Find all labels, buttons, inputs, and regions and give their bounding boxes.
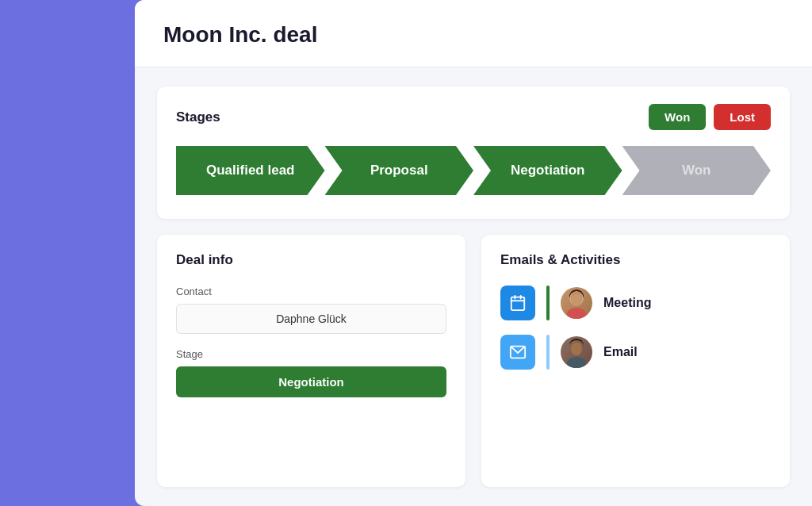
email-label: Email — [603, 345, 638, 359]
meeting-avatar — [561, 287, 592, 319]
stage-proposal[interactable]: Proposal — [325, 146, 474, 195]
stages-title: Stages — [176, 109, 220, 125]
contact-label: Contact — [176, 286, 446, 297]
page-header: Moon Inc. deal — [135, 0, 812, 67]
emails-activities-card: Emails & Activities — [481, 235, 790, 487]
email-bar — [546, 335, 550, 370]
sidebar-bg — [0, 0, 135, 506]
email-avatar — [561, 336, 592, 368]
deal-info-title: Deal info — [176, 252, 446, 268]
activity-item-email: Email — [500, 335, 771, 370]
stages-card: Stages Won Lost Qualified lead Proposal … — [157, 86, 790, 219]
meeting-label: Meeting — [603, 296, 651, 310]
emails-activities-title: Emails & Activities — [500, 252, 771, 268]
main-panel: Moon Inc. deal Stages Won Lost Qualified… — [135, 0, 812, 506]
stage-negotiation[interactable]: Negotiation — [473, 146, 622, 195]
stage-qualified-lead[interactable]: Qualified lead — [176, 146, 325, 195]
stage-value: Negotiation — [176, 366, 446, 397]
svg-point-10 — [567, 357, 586, 368]
stage-label: Stage — [176, 348, 446, 360]
activity-item-meeting: Meeting — [500, 286, 771, 320]
content-area: Stages Won Lost Qualified lead Proposal … — [135, 67, 812, 506]
page-title: Moon Inc. deal — [163, 22, 783, 48]
pipeline: Qualified lead Proposal Negotiation Won — [176, 146, 771, 195]
stages-header: Stages Won Lost — [176, 104, 771, 130]
meeting-icon — [500, 286, 535, 320]
svg-point-9 — [571, 343, 582, 355]
svg-rect-0 — [511, 297, 525, 311]
bottom-row: Deal info Contact Daphne Glück Stage Neg… — [157, 235, 790, 487]
deal-info-card: Deal info Contact Daphne Glück Stage Neg… — [157, 235, 465, 487]
contact-value: Daphne Glück — [176, 304, 446, 334]
stage-won[interactable]: Won — [622, 146, 772, 195]
stages-buttons: Won Lost — [649, 104, 771, 130]
won-button[interactable]: Won — [649, 104, 706, 130]
svg-point-6 — [571, 293, 582, 306]
email-icon — [500, 335, 535, 370]
lost-button[interactable]: Lost — [714, 104, 771, 130]
meeting-bar — [546, 286, 550, 320]
svg-point-7 — [567, 308, 586, 319]
